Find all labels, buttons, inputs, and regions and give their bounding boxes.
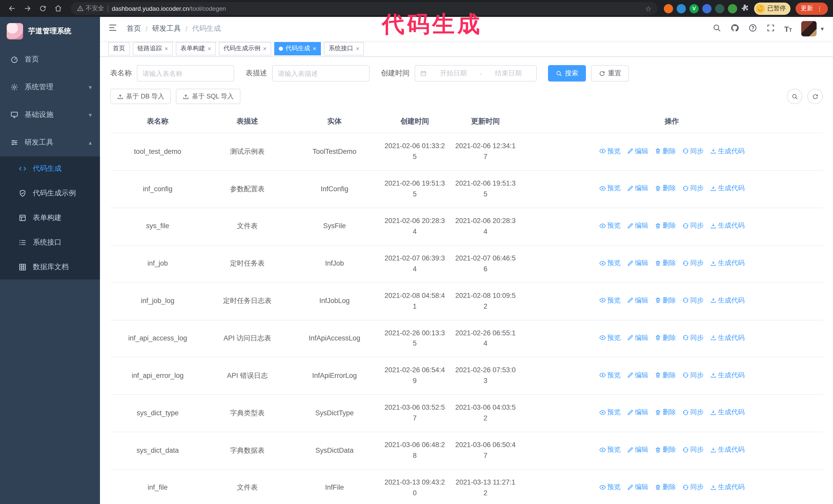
action-sync[interactable]: 同步 xyxy=(682,445,704,455)
action-delete[interactable]: 删除 xyxy=(654,220,676,231)
reload-icon[interactable] xyxy=(36,2,49,15)
action-preview[interactable]: 预览 xyxy=(599,183,620,194)
action-edit[interactable]: 编辑 xyxy=(627,220,648,231)
action-sync[interactable]: 同步 xyxy=(682,258,704,268)
action-delete[interactable]: 删除 xyxy=(654,258,676,268)
action-sync[interactable]: 同步 xyxy=(682,146,704,156)
home-icon[interactable] xyxy=(51,2,65,15)
logo-row[interactable]: 芋道管理系统 xyxy=(0,17,100,46)
refresh-table-button[interactable] xyxy=(807,89,823,104)
action-preview[interactable]: 预览 xyxy=(599,295,620,306)
sidebar-item-codegen-example[interactable]: 代码生成示例 xyxy=(0,181,100,206)
sidebar-item-form-builder[interactable]: 表单构建 xyxy=(0,206,100,230)
action-preview[interactable]: 预览 xyxy=(599,445,620,455)
extensions-puzzle-icon[interactable] xyxy=(741,3,749,14)
import-db-button[interactable]: 基于 DB 导入 xyxy=(110,89,171,104)
back-icon[interactable] xyxy=(5,2,19,15)
action-edit[interactable]: 编辑 xyxy=(627,407,648,417)
reset-button[interactable]: 重置 xyxy=(591,65,629,82)
action-delete[interactable]: 删除 xyxy=(654,482,676,492)
tab-tracing[interactable]: 链路追踪 × xyxy=(133,42,173,55)
tab-codegen[interactable]: 代码生成 × xyxy=(274,42,321,55)
forward-icon[interactable] xyxy=(21,2,34,15)
action-edit[interactable]: 编辑 xyxy=(627,146,648,156)
action-generate[interactable]: 生成代码 xyxy=(710,407,744,417)
action-preview[interactable]: 预览 xyxy=(599,333,620,343)
github-icon[interactable] xyxy=(731,24,739,34)
update-button[interactable]: 更新 ⋮ xyxy=(795,2,828,15)
sidebar-item-system[interactable]: 系统管理 ▼ xyxy=(0,73,100,101)
close-icon[interactable]: × xyxy=(356,45,359,52)
action-preview[interactable]: 预览 xyxy=(599,220,620,231)
action-preview[interactable]: 预览 xyxy=(599,146,620,156)
extension-icon-check[interactable]: V xyxy=(689,4,699,13)
action-preview[interactable]: 预览 xyxy=(599,370,620,380)
sidebar-item-home[interactable]: 首页 xyxy=(0,46,100,73)
sidebar-item-codegen[interactable]: 代码生成 xyxy=(0,157,100,181)
bookmark-star-icon[interactable]: ☆ xyxy=(645,4,651,13)
action-edit[interactable]: 编辑 xyxy=(627,333,648,343)
action-edit[interactable]: 编辑 xyxy=(627,445,648,455)
action-delete[interactable]: 删除 xyxy=(654,370,676,380)
sidebar-item-devtools[interactable]: 研发工具 ▲ xyxy=(0,129,100,157)
profile-paused-badge[interactable]: ◡̈ 已暂停 xyxy=(754,2,790,15)
action-generate[interactable]: 生成代码 xyxy=(710,482,744,492)
action-edit[interactable]: 编辑 xyxy=(627,183,648,194)
action-generate[interactable]: 生成代码 xyxy=(710,370,744,380)
extension-icon-tool[interactable] xyxy=(715,4,724,13)
search-button[interactable]: 搜索 xyxy=(548,65,586,82)
breadcrumb-devtools[interactable]: 研发工具 xyxy=(152,24,181,33)
action-edit[interactable]: 编辑 xyxy=(627,370,648,380)
action-generate[interactable]: 生成代码 xyxy=(710,183,744,194)
tab-home[interactable]: 首页 xyxy=(108,42,130,55)
user-menu[interactable]: ▼ xyxy=(801,21,825,37)
action-generate[interactable]: 生成代码 xyxy=(710,258,744,268)
extension-icon-drop[interactable] xyxy=(677,4,686,13)
action-edit[interactable]: 编辑 xyxy=(627,482,648,492)
browser-menu-icon[interactable]: ⋮ xyxy=(816,5,823,12)
sidebar-item-db-doc[interactable]: 数据库文档 xyxy=(0,255,100,280)
action-delete[interactable]: 删除 xyxy=(654,407,676,417)
sidebar-item-system-api[interactable]: 系统接口 xyxy=(0,230,100,255)
breadcrumb-home[interactable]: 首页 xyxy=(127,24,141,33)
action-sync[interactable]: 同步 xyxy=(682,370,704,380)
action-sync[interactable]: 同步 xyxy=(682,482,704,492)
close-icon[interactable]: × xyxy=(208,45,211,52)
sidebar-item-infrastructure[interactable]: 基础设施 ▼ xyxy=(0,101,100,129)
not-secure-warning[interactable]: 不安全 xyxy=(77,4,104,13)
hamburger-icon[interactable] xyxy=(108,23,117,34)
action-generate[interactable]: 生成代码 xyxy=(710,220,744,231)
action-generate[interactable]: 生成代码 xyxy=(710,333,744,343)
toggle-search-button[interactable] xyxy=(787,89,802,104)
action-generate[interactable]: 生成代码 xyxy=(710,295,744,306)
action-delete[interactable]: 删除 xyxy=(654,445,676,455)
address-bar[interactable]: 不安全 dashboard.yudao.iocoder.cn/tool/code… xyxy=(71,2,658,15)
action-generate[interactable]: 生成代码 xyxy=(710,445,744,455)
action-delete[interactable]: 删除 xyxy=(654,333,676,343)
table-desc-input[interactable] xyxy=(272,65,370,82)
action-delete[interactable]: 删除 xyxy=(654,183,676,194)
action-sync[interactable]: 同步 xyxy=(682,183,704,194)
extension-icon-leaf[interactable] xyxy=(728,4,737,13)
fullscreen-icon[interactable] xyxy=(766,24,775,34)
action-sync[interactable]: 同步 xyxy=(682,407,704,417)
search-icon[interactable] xyxy=(713,24,721,34)
action-edit[interactable]: 编辑 xyxy=(627,295,648,306)
tab-codegen-example[interactable]: 代码生成示例 × xyxy=(219,42,271,55)
extension-icon-people[interactable] xyxy=(702,4,712,13)
date-end-placeholder[interactable]: 结束日期 xyxy=(485,69,531,78)
action-preview[interactable]: 预览 xyxy=(599,258,620,268)
action-edit[interactable]: 编辑 xyxy=(627,258,648,268)
date-range-picker[interactable]: 开始日期 - 结束日期 xyxy=(415,65,537,82)
import-sql-button[interactable]: 基于 SQL 导入 xyxy=(176,89,240,104)
action-sync[interactable]: 同步 xyxy=(682,220,704,231)
action-sync[interactable]: 同步 xyxy=(682,333,704,343)
action-delete[interactable]: 删除 xyxy=(654,295,676,306)
close-icon[interactable]: × xyxy=(263,45,266,52)
close-icon[interactable]: × xyxy=(313,45,316,52)
action-preview[interactable]: 预览 xyxy=(599,482,620,492)
action-sync[interactable]: 同步 xyxy=(682,295,704,306)
action-preview[interactable]: 预览 xyxy=(599,407,620,417)
help-icon[interactable] xyxy=(748,24,757,34)
tab-form-builder[interactable]: 表单构建 × xyxy=(176,42,216,55)
